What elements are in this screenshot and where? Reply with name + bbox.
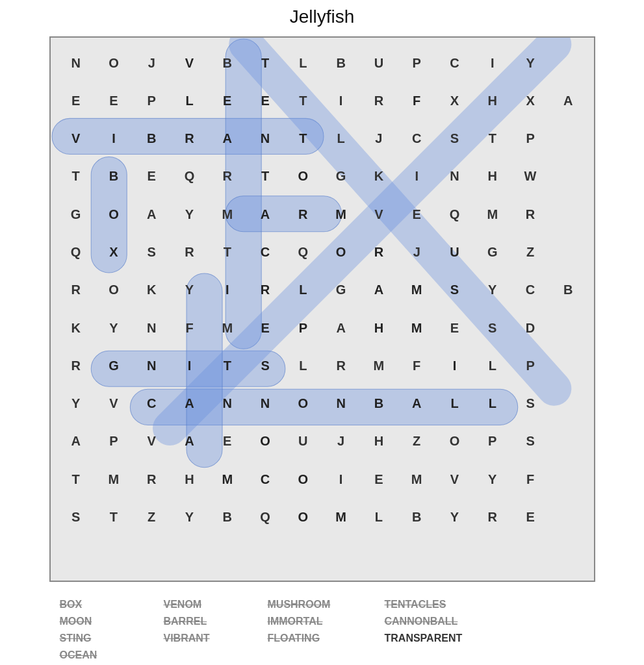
cell-11-6: O <box>284 460 322 498</box>
cell-13-10 <box>435 536 473 574</box>
cell-12-10: Y <box>435 498 473 536</box>
cell-5-12: Z <box>511 233 549 271</box>
cell-1-6: T <box>284 82 322 119</box>
cell-12-0: S <box>57 498 95 536</box>
cell-1-4: E <box>209 82 246 119</box>
cell-5-7: O <box>322 233 359 271</box>
cell-3-8: K <box>360 158 398 195</box>
cell-3-6: O <box>284 158 322 195</box>
cell-11-13 <box>549 460 587 498</box>
cell-2-12: P <box>511 120 549 158</box>
cell-9-6: O <box>284 385 322 423</box>
cell-2-9: C <box>398 120 435 158</box>
word-floating: FLOATING <box>264 631 381 646</box>
cell-4-12: R <box>511 195 549 233</box>
cell-10-9: Z <box>398 423 435 460</box>
cell-1-1: E <box>95 82 133 119</box>
word-ocean: OCEAN <box>56 648 160 662</box>
cell-3-7: G <box>322 158 359 195</box>
cell-0-2: J <box>133 44 170 82</box>
cell-0-13 <box>549 44 587 82</box>
word-col-2: MUSHROOM IMMORTAL FLOATING <box>264 597 381 662</box>
cell-3-9: I <box>398 158 435 195</box>
cell-1-2: P <box>133 82 170 119</box>
cell-12-9: B <box>398 498 435 536</box>
cell-11-1: M <box>95 460 133 498</box>
cell-0-3: V <box>170 44 208 82</box>
cell-8-12: P <box>511 347 549 384</box>
cell-13-4 <box>209 536 246 574</box>
cell-0-9: P <box>398 44 435 82</box>
cell-4-6: R <box>284 195 322 233</box>
cell-4-10: Q <box>435 195 473 233</box>
cell-1-12: X <box>511 82 549 119</box>
cell-4-11: M <box>474 195 511 233</box>
cell-6-8: A <box>360 271 398 309</box>
word-box: BOX <box>56 597 160 612</box>
cell-6-7: G <box>322 271 359 309</box>
cell-4-3: Y <box>170 195 208 233</box>
cell-10-3: A <box>170 423 208 460</box>
cell-6-10: S <box>435 271 473 309</box>
cell-1-3: L <box>170 82 208 119</box>
cell-7-6: P <box>284 309 322 347</box>
cell-13-13 <box>549 536 587 574</box>
cell-7-11: S <box>474 309 511 347</box>
letter-grid: N O J V B T L B U P C I Y E E P L E E T … <box>57 44 587 574</box>
cell-9-7: N <box>322 385 359 423</box>
cell-10-11: P <box>474 423 511 460</box>
cell-3-10: N <box>435 158 473 195</box>
cell-3-1: B <box>95 158 133 195</box>
cell-12-11: R <box>474 498 511 536</box>
cell-10-4: E <box>209 423 246 460</box>
cell-9-12: S <box>511 385 549 423</box>
cell-11-2: R <box>133 460 170 498</box>
cell-13-12 <box>511 536 549 574</box>
cell-1-8: R <box>360 82 398 119</box>
cell-6-13: B <box>549 271 587 309</box>
cell-0-4: B <box>209 44 246 82</box>
cell-4-0: G <box>57 195 95 233</box>
cell-12-8: L <box>360 498 398 536</box>
cell-8-5: S <box>246 347 284 384</box>
cell-6-3: Y <box>170 271 208 309</box>
cell-8-6: L <box>284 347 322 384</box>
cell-11-8: E <box>360 460 398 498</box>
cell-6-6: L <box>284 271 322 309</box>
word-cannonball: CANNONBALL <box>381 614 511 629</box>
cell-9-1: V <box>95 385 133 423</box>
cell-9-4: N <box>209 385 246 423</box>
cell-5-4: T <box>209 233 246 271</box>
cell-2-0: V <box>57 120 95 158</box>
cell-0-12: Y <box>511 44 549 82</box>
cell-11-11: Y <box>474 460 511 498</box>
cell-0-11: I <box>474 44 511 82</box>
cell-9-3: A <box>170 385 208 423</box>
cell-10-7: J <box>322 423 359 460</box>
cell-10-0: A <box>57 423 95 460</box>
cell-10-1: P <box>95 423 133 460</box>
cell-13-8 <box>360 536 398 574</box>
cell-11-5: C <box>246 460 284 498</box>
cell-7-9: M <box>398 309 435 347</box>
cell-2-10: S <box>435 120 473 158</box>
cell-13-2 <box>133 536 170 574</box>
cell-7-5: E <box>246 309 284 347</box>
cell-1-7: I <box>322 82 359 119</box>
cell-9-2: C <box>133 385 170 423</box>
cell-8-3: I <box>170 347 208 384</box>
cell-0-10: C <box>435 44 473 82</box>
cell-8-10: I <box>435 347 473 384</box>
cell-4-13 <box>549 195 587 233</box>
cell-6-9: M <box>398 271 435 309</box>
cell-7-10: E <box>435 309 473 347</box>
cell-8-8: M <box>360 347 398 384</box>
cell-12-12: E <box>511 498 549 536</box>
word-col-3: TENTACLES CANNONBALL TRANSPARENT <box>381 597 511 662</box>
cell-11-3: H <box>170 460 208 498</box>
cell-8-9: F <box>398 347 435 384</box>
cell-0-1: O <box>95 44 133 82</box>
cell-5-3: R <box>170 233 208 271</box>
word-search-grid: .hl { fill: rgba(100,140,220,0.35); stro… <box>49 36 595 582</box>
cell-13-1 <box>95 536 133 574</box>
